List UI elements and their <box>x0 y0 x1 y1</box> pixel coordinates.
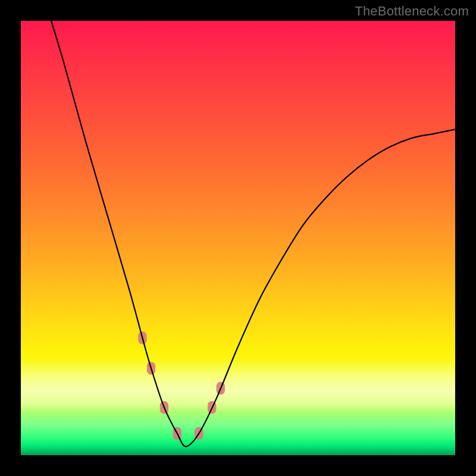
watermark-text: TheBottleneck.com <box>355 4 469 19</box>
plot-area <box>21 21 455 455</box>
curve-svg <box>21 21 455 455</box>
chart-frame: TheBottleneck.com <box>0 0 476 476</box>
bottom-markers-group <box>138 331 225 440</box>
bottleneck-curve-path <box>51 21 455 446</box>
